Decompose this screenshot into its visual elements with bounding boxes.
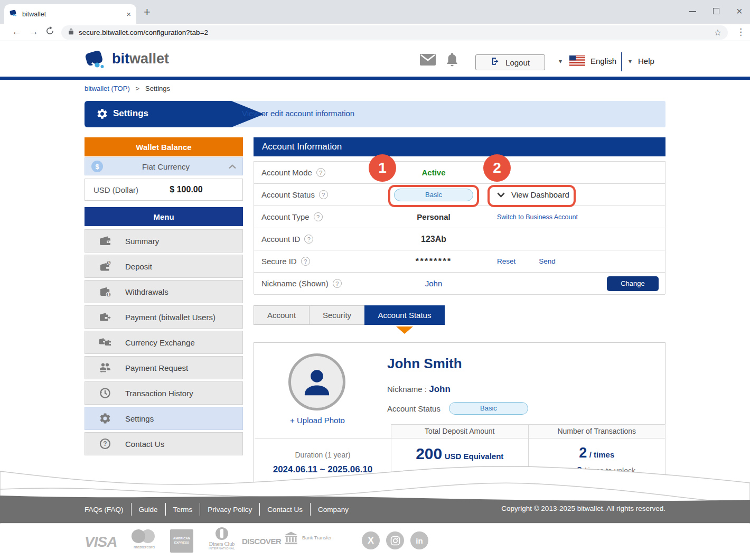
- tab-account-status[interactable]: Account Status: [364, 305, 445, 325]
- sidebar-item-label: Currency Exchange: [125, 338, 195, 347]
- sidebar-item-label: Withdrawals: [125, 287, 168, 296]
- site-header: bitwallet Logout ▾ English ▾ Help: [0, 42, 750, 77]
- tab-security[interactable]: Security: [309, 305, 365, 325]
- profile-status: Account Status Basic: [387, 402, 528, 415]
- url-bar[interactable]: secure.bitwallet.com/configuration?tab=2…: [61, 25, 728, 40]
- footer-link-privacy[interactable]: Privacy Policy: [200, 506, 259, 514]
- chevron-up-icon: [229, 162, 236, 171]
- help-caret-icon[interactable]: ▾: [629, 58, 632, 65]
- forward-icon[interactable]: →: [29, 26, 39, 38]
- footer-link-company[interactable]: Company: [311, 506, 356, 514]
- footer-link-contact[interactable]: Contact Us: [260, 506, 310, 514]
- help-icon[interactable]: ?: [314, 212, 323, 221]
- clock-icon: [95, 387, 116, 399]
- duration-block: Duration (1 year) 2024.06.11 ~ 2025.06.1…: [255, 438, 391, 491]
- svg-text:$: $: [108, 261, 110, 265]
- wallet-payment-icon: [95, 311, 116, 323]
- sidebar-item-payment[interactable]: Payment (bitwallet Users): [85, 305, 243, 329]
- help-label[interactable]: Help: [638, 57, 654, 66]
- logout-icon: [491, 57, 500, 68]
- footer-link-guide[interactable]: Guide: [132, 506, 165, 514]
- annotation-box-1: [388, 185, 479, 207]
- browser-tab[interactable]: bitwallet ×: [4, 4, 136, 24]
- reload-icon[interactable]: [45, 26, 54, 38]
- reset-link[interactable]: Reset: [497, 257, 515, 265]
- switch-business-link[interactable]: Switch to Business Account: [497, 213, 578, 221]
- footer-link-faq[interactable]: FAQs (FAQ): [85, 506, 131, 514]
- wallet-balance-header: Wallet Balance: [85, 137, 243, 156]
- language-label[interactable]: English: [590, 57, 616, 66]
- help-icon[interactable]: ?: [333, 279, 342, 288]
- window-minimize-icon[interactable]: [689, 11, 696, 12]
- mastercard-logo: mastercard: [128, 529, 160, 549]
- account-mode-row: Account Mode ? Active: [254, 162, 665, 184]
- secure-id-value: ********: [381, 256, 486, 267]
- sidebar-item-contact-us[interactable]: ? Contact Us: [85, 432, 243, 455]
- help-icon[interactable]: ?: [319, 190, 328, 199]
- linkedin-icon[interactable]: in: [410, 531, 428, 549]
- sidebar-item-summary[interactable]: Summary: [85, 229, 243, 253]
- sidebar-item-payment-request[interactable]: Payment Request: [85, 356, 243, 379]
- footer-link-terms[interactable]: Terms: [166, 506, 200, 514]
- gear-icon: [96, 108, 108, 122]
- fiat-currency-toggle[interactable]: $ Fiat Currency: [85, 157, 243, 175]
- back-icon[interactable]: ←: [12, 26, 22, 38]
- stats-header-row: Total Deposit Amount Number of Transacti…: [391, 424, 665, 438]
- annotation-step-2: 2: [483, 154, 511, 182]
- nickname-row: Nickname (Shown) ? John Change: [254, 273, 665, 295]
- x-social-icon[interactable]: X: [362, 531, 380, 549]
- account-id-row: Account ID ? 123Ab: [254, 228, 665, 250]
- new-tab-button[interactable]: +: [144, 5, 151, 19]
- secure-id-row: Secure ID ? ******** Reset Send: [254, 250, 665, 273]
- diners-circle-icon: [215, 527, 228, 540]
- account-info-table: Account Mode ? Active Account Status ? B…: [254, 161, 665, 294]
- help-icon[interactable]: ?: [301, 257, 310, 266]
- deposit-header: Total Deposit Amount: [391, 425, 528, 438]
- tab-close-icon[interactable]: ×: [126, 10, 131, 18]
- fiat-currency-label: Fiat Currency: [103, 162, 229, 171]
- browser-window: bitwallet × + × ← → secure.bitwallet.com…: [0, 0, 750, 560]
- logout-button[interactable]: Logout: [475, 54, 545, 70]
- tab-title: bitwallet: [22, 11, 122, 18]
- url-text: secure.bitwallet.com/configuration?tab=2: [79, 29, 710, 36]
- sidebar-item-deposit[interactable]: $ Deposit: [85, 255, 243, 278]
- upload-photo-link[interactable]: + Upload Photo: [254, 416, 381, 425]
- help-icon[interactable]: ?: [316, 168, 325, 177]
- tab-account[interactable]: Account: [254, 305, 310, 325]
- language-caret-icon[interactable]: ▾: [559, 58, 562, 65]
- profile-nickname-value: John: [429, 384, 451, 394]
- breadcrumb-current: Settings: [145, 85, 170, 92]
- browser-menu-icon[interactable]: ⋮: [736, 26, 745, 38]
- window-maximize-icon[interactable]: [713, 8, 719, 14]
- diners-logo: Diners Club INTERNATIONAL: [205, 527, 239, 550]
- send-link[interactable]: Send: [539, 257, 556, 265]
- account-status-label: Account Status ?: [261, 190, 328, 199]
- bank-transfer-logo: Bank Transfer: [283, 530, 332, 546]
- sidebar-item-withdrawals[interactable]: $ Withdrawals: [85, 280, 243, 303]
- visa-logo: VISA: [85, 534, 117, 550]
- amex-logo: AMERICAN EXPRESS: [170, 529, 193, 553]
- deposit-value: 200: [416, 445, 442, 462]
- mail-icon[interactable]: [420, 53, 436, 68]
- window-close-icon[interactable]: ×: [736, 5, 743, 17]
- account-type-value: Personal: [381, 212, 486, 221]
- bitwallet-logo[interactable]: [85, 47, 108, 73]
- breadcrumb-home[interactable]: bitwallet (TOP): [85, 85, 130, 92]
- change-button[interactable]: Change: [607, 276, 659, 291]
- sidebar-item-transaction-history[interactable]: Transaction History: [85, 381, 243, 405]
- status-pill: Basic: [449, 402, 528, 415]
- sidebar-item-settings[interactable]: Settings: [85, 407, 243, 430]
- account-id-label: Account ID ?: [261, 235, 313, 244]
- transactions-progress-note: More 8 /times to unlock: [529, 465, 665, 476]
- sidebar-item-currency-exchange[interactable]: Currency Exchange: [85, 331, 243, 354]
- help-icon[interactable]: ?: [304, 235, 313, 244]
- menu-title: Menu: [153, 212, 174, 221]
- sidebar-item-label: Settings: [125, 414, 154, 423]
- stats-table: Total Deposit Amount Number of Transacti…: [391, 424, 665, 492]
- payment-methods-row: VISA mastercard AMERICAN EXPRESS Diners …: [0, 524, 750, 560]
- stats-value-row: 200 USD Equivalent More 9,800 2 / times …: [391, 438, 665, 492]
- bell-icon[interactable]: [445, 52, 459, 70]
- dollar-icon: $: [91, 161, 103, 172]
- bookmark-star-icon[interactable]: ☆: [714, 27, 721, 38]
- instagram-icon[interactable]: [386, 531, 404, 549]
